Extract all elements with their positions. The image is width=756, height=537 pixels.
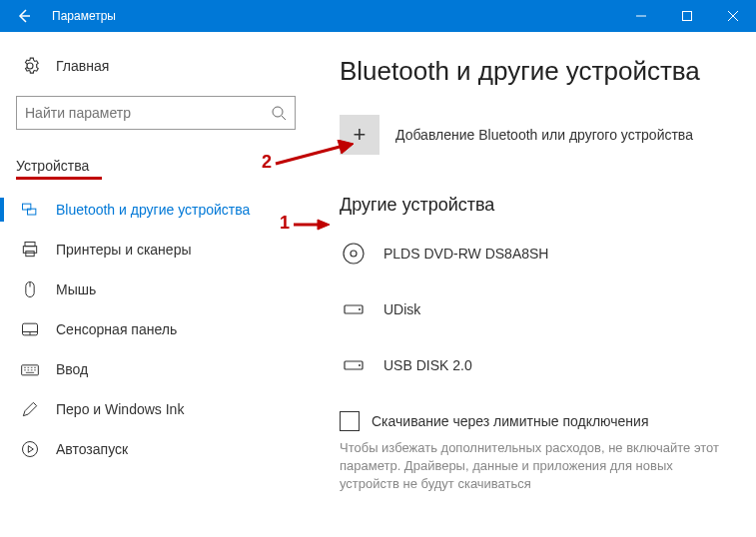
device-label: PLDS DVD-RW DS8A8SH xyxy=(383,246,548,262)
sidebar-item-touchpad[interactable]: Сенсорная панель xyxy=(16,309,312,349)
nav-label: Сенсорная панель xyxy=(56,321,177,337)
printer-icon xyxy=(20,240,40,260)
disc-icon xyxy=(340,240,368,268)
mouse-icon xyxy=(20,279,40,299)
device-row[interactable]: USB DISK 2.0 xyxy=(340,343,736,387)
main-content: Bluetooth и другие устройства + Добавлен… xyxy=(320,32,756,537)
drive-icon xyxy=(340,351,368,379)
svg-point-1 xyxy=(273,107,283,117)
window-controls xyxy=(618,0,756,32)
sidebar: Главная Устройства Bluetooth и другие ус… xyxy=(0,32,320,537)
plus-icon: + xyxy=(354,122,367,148)
titlebar: Параметры xyxy=(0,0,756,32)
gear-icon xyxy=(20,56,40,76)
other-devices-header: Другие устройства xyxy=(340,195,736,216)
svg-rect-6 xyxy=(26,252,34,257)
back-button[interactable] xyxy=(0,0,48,32)
sidebar-item-autoplay[interactable]: Автозапуск xyxy=(16,429,312,469)
nav-label: Ввод xyxy=(56,361,88,377)
device-label: USB DISK 2.0 xyxy=(383,357,472,373)
svg-rect-4 xyxy=(25,243,35,247)
drive-icon xyxy=(340,295,368,323)
svg-point-10 xyxy=(23,442,38,457)
bluetooth-devices-icon xyxy=(20,200,40,220)
svg-point-14 xyxy=(359,308,361,310)
search-input[interactable] xyxy=(25,105,271,121)
sidebar-section-header: Устройства xyxy=(16,154,312,178)
annotation-underline xyxy=(16,177,102,180)
svg-point-16 xyxy=(359,364,361,366)
nav-label: Перо и Windows Ink xyxy=(56,401,184,417)
device-row[interactable]: UDisk xyxy=(340,287,736,331)
add-device-row[interactable]: + Добавление Bluetooth или другого устро… xyxy=(340,115,736,155)
pen-icon xyxy=(20,399,40,419)
nav-label: Принтеры и сканеры xyxy=(56,242,191,258)
autoplay-icon xyxy=(20,439,40,459)
home-nav[interactable]: Главная xyxy=(16,48,312,84)
metered-checkbox-row[interactable]: Скачивание через лимитные подключения xyxy=(340,411,736,431)
metered-hint: Чтобы избежать дополнительных расходов, … xyxy=(340,439,736,494)
search-icon xyxy=(271,105,287,121)
touchpad-icon xyxy=(20,319,40,339)
add-device-label: Добавление Bluetooth или другого устройс… xyxy=(395,127,693,143)
sidebar-item-printers[interactable]: Принтеры и сканеры xyxy=(16,230,312,269)
keyboard-icon xyxy=(20,359,40,379)
maximize-icon xyxy=(682,11,692,21)
home-label: Главная xyxy=(56,58,109,74)
nav-label: Мышь xyxy=(56,281,96,297)
metered-label: Скачивание через лимитные подключения xyxy=(372,413,648,429)
arrow-left-icon xyxy=(16,8,32,24)
close-button[interactable] xyxy=(710,0,756,32)
minimize-button[interactable] xyxy=(618,0,664,32)
nav-label: Bluetooth и другие устройства xyxy=(56,202,250,218)
device-label: UDisk xyxy=(383,301,420,317)
maximize-button[interactable] xyxy=(664,0,710,32)
page-title: Bluetooth и другие устройства xyxy=(340,56,736,87)
window-title: Параметры xyxy=(48,9,618,23)
svg-point-11 xyxy=(344,244,364,264)
sidebar-item-pen[interactable]: Перо и Windows Ink xyxy=(16,389,312,429)
device-row[interactable]: PLDS DVD-RW DS8A8SH xyxy=(340,232,736,275)
svg-rect-0 xyxy=(683,12,692,21)
sidebar-item-typing[interactable]: Ввод xyxy=(16,349,312,389)
close-icon xyxy=(728,11,738,21)
section-label: Устройства xyxy=(16,158,89,174)
add-device-button[interactable]: + xyxy=(340,115,379,155)
search-box[interactable] xyxy=(16,96,296,130)
svg-point-12 xyxy=(351,251,357,257)
sidebar-item-bluetooth[interactable]: Bluetooth и другие устройства xyxy=(16,190,312,230)
svg-rect-9 xyxy=(22,365,39,375)
nav-label: Автозапуск xyxy=(56,441,128,457)
metered-checkbox[interactable] xyxy=(340,411,360,431)
minimize-icon xyxy=(636,11,646,21)
sidebar-item-mouse[interactable]: Мышь xyxy=(16,269,312,309)
